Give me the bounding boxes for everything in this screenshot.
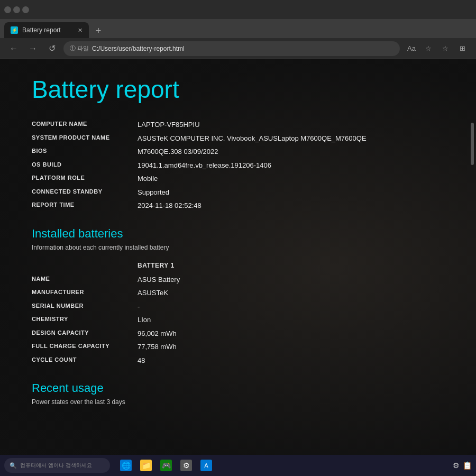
label-full-charge-capacity: FULL CHARGE CAPACITY	[32, 342, 138, 352]
recent-usage-title: Recent usage	[32, 381, 444, 395]
battery-header: BATTERY 1	[32, 262, 444, 269]
recent-usage-subtitle: Power states over the last 3 days	[32, 398, 444, 406]
taskbar-search-icon: 🔍	[10, 462, 17, 469]
info-row-system-product-name: SYSTEM PRODUCT NAME ASUSTeK COMPUTER INC…	[32, 133, 444, 144]
label-report-time: REPORT TIME	[32, 200, 138, 211]
info-row-report-time: REPORT TIME 2024-11-18 02:52:48	[32, 200, 444, 211]
font-size-button[interactable]: Aa	[404, 41, 419, 56]
new-tab-button[interactable]: +	[91, 23, 106, 38]
value-cycle-count: 48	[138, 355, 145, 366]
label-connected-standby: CONNECTED STANDBY	[32, 187, 138, 198]
info-row-computer-name: COMPUTER NAME LAPTOP-VF85HPIU	[32, 120, 444, 130]
taskbar-icon-settings[interactable]: ⚙	[177, 456, 196, 475]
window-controls	[4, 6, 29, 13]
battery-row-name: NAME ASUS Battery	[32, 274, 444, 285]
label-computer-name: COMPUTER NAME	[32, 120, 138, 130]
browser-icon: 🌐	[120, 460, 132, 471]
explorer-icon: 📁	[140, 460, 152, 471]
settings-icon: ⚙	[180, 460, 192, 471]
refresh-button[interactable]: ↺	[44, 41, 59, 56]
recent-usage-section: Recent usage Power states over the last …	[32, 381, 444, 406]
window-close-btn[interactable]	[22, 6, 29, 13]
value-computer-name: LAPTOP-VF85HPIU	[138, 120, 200, 130]
label-platform-role: PLATFORM ROLE	[32, 173, 138, 184]
back-button[interactable]: ←	[6, 41, 21, 56]
extensions-button[interactable]: ⊞	[455, 41, 470, 56]
battery-table: BATTERY 1 NAME ASUS Battery MANUFACTURER…	[32, 262, 444, 366]
sys-icon-gear[interactable]: ⚙	[453, 461, 460, 470]
tab-label: Battery report	[22, 26, 61, 34]
label-bios: BIOS	[32, 147, 138, 157]
page-content: Battery report COMPUTER NAME LAPTOP-VF85…	[0, 59, 476, 476]
scroll-indicator[interactable]	[471, 123, 474, 165]
url-bar[interactable]: ① 파일 C:/Users/user/battery-report.html	[63, 41, 400, 56]
url-path: C:/Users/user/battery-report.html	[92, 45, 185, 52]
value-system-product-name: ASUSTeK COMPUTER INC. Vivobook_ASUSLapto…	[138, 133, 367, 144]
value-manufacturer: ASUSTeK	[138, 288, 168, 298]
info-row-os-build: OS BUILD 19041.1.amd64fre.vb_release.191…	[32, 160, 444, 171]
taskbar-icon-explorer[interactable]: 📁	[136, 456, 155, 475]
label-serial-number: SERIAL NUMBER	[32, 301, 138, 312]
label-os-build: OS BUILD	[32, 160, 138, 171]
title-bar	[0, 0, 476, 19]
window-minimize-btn[interactable]	[4, 6, 11, 13]
value-serial-number: -	[138, 301, 140, 312]
taskbar-search-label: 컴퓨터에서 앱이나 검색하세요	[20, 462, 92, 469]
taskbar-right: ⚙ 📋	[453, 461, 472, 470]
info-row-bios: BIOS M7600QE.308 03/09/2022	[32, 147, 444, 157]
battery-column-header: BATTERY 1	[138, 262, 175, 269]
label-manufacturer: MANUFACTURER	[32, 288, 138, 298]
value-platform-role: Mobile	[138, 173, 158, 184]
taskbar-icon-browser[interactable]: 🌐	[116, 456, 135, 475]
value-battery-name: ASUS Battery	[138, 274, 180, 285]
browser-actions: Aa ☆ ☆ ⊞	[404, 41, 470, 56]
info-row-connected-standby: CONNECTED STANDBY Supported	[32, 187, 444, 198]
system-info-table: COMPUTER NAME LAPTOP-VF85HPIU SYSTEM PRO…	[32, 120, 444, 211]
value-connected-standby: Supported	[138, 187, 169, 198]
label-cycle-count: CYCLE COUNT	[32, 355, 138, 366]
address-bar: ← → ↺ ① 파일 C:/Users/user/battery-report.…	[0, 38, 476, 59]
installed-batteries-section: Installed batteries Information about ea…	[32, 227, 444, 366]
value-report-time: 2024-11-18 02:52:48	[138, 200, 202, 211]
battery-row-full-charge-capacity: FULL CHARGE CAPACITY 77,758 mWh	[32, 342, 444, 352]
label-battery-name: NAME	[32, 274, 138, 285]
value-design-capacity: 96,002 mWh	[138, 328, 177, 339]
label-design-capacity: DESIGN CAPACITY	[32, 328, 138, 339]
taskbar-icon-xbox[interactable]: 🎮	[157, 456, 176, 475]
favorites-button[interactable]: ☆	[421, 41, 436, 56]
label-system-product-name: SYSTEM PRODUCT NAME	[32, 133, 138, 144]
taskbar-sys-icons: ⚙ 📋	[453, 461, 472, 470]
battery-row-cycle-count: CYCLE COUNT 48	[32, 355, 444, 366]
forward-button[interactable]: →	[25, 41, 40, 56]
xbox-icon: 🎮	[160, 460, 172, 471]
value-chemistry: LIon	[138, 315, 151, 325]
tab-bar: ⚡ Battery report ✕ +	[0, 19, 476, 38]
window-maximize-btn[interactable]	[13, 6, 20, 13]
taskbar-app-icons: 🌐 📁 🎮 ⚙ A	[116, 456, 216, 475]
label-chemistry: CHEMISTRY	[32, 315, 138, 325]
value-full-charge-capacity: 77,758 mWh	[138, 342, 177, 352]
taskbar-icon-store[interactable]: A	[197, 456, 216, 475]
taskbar-search[interactable]: 🔍 컴퓨터에서 앱이나 검색하세요	[4, 458, 110, 473]
installed-batteries-subtitle: Information about each currently install…	[32, 244, 444, 251]
info-row-platform-role: PLATFORM ROLE Mobile	[32, 173, 444, 184]
tab-close-btn[interactable]: ✕	[78, 27, 83, 34]
sys-icon-tray[interactable]: 📋	[463, 461, 472, 470]
tab-favicon: ⚡	[11, 26, 18, 34]
installed-batteries-title: Installed batteries	[32, 227, 444, 241]
battery-row-serial-number: SERIAL NUMBER -	[32, 301, 444, 312]
battery-row-chemistry: CHEMISTRY LIon	[32, 315, 444, 325]
browser-chrome: ⚡ Battery report ✕ + ← → ↺ ① 파일 C:/Users…	[0, 0, 476, 59]
url-protocol-icon: ① 파일	[70, 44, 89, 52]
store-icon: A	[200, 460, 212, 471]
value-bios: M7600QE.308 03/09/2022	[138, 147, 218, 157]
value-os-build: 19041.1.amd64fre.vb_release.191206-1406	[138, 160, 271, 171]
battery-row-design-capacity: DESIGN CAPACITY 96,002 mWh	[32, 328, 444, 339]
bookmark-button[interactable]: ☆	[438, 41, 453, 56]
taskbar: 🔍 컴퓨터에서 앱이나 검색하세요 🌐 📁 🎮 ⚙ A ⚙ 📋	[0, 455, 476, 476]
page-title: Battery report	[32, 75, 444, 104]
active-tab[interactable]: ⚡ Battery report ✕	[4, 22, 89, 38]
battery-col-spacer	[32, 262, 138, 269]
battery-row-manufacturer: MANUFACTURER ASUSTeK	[32, 288, 444, 298]
